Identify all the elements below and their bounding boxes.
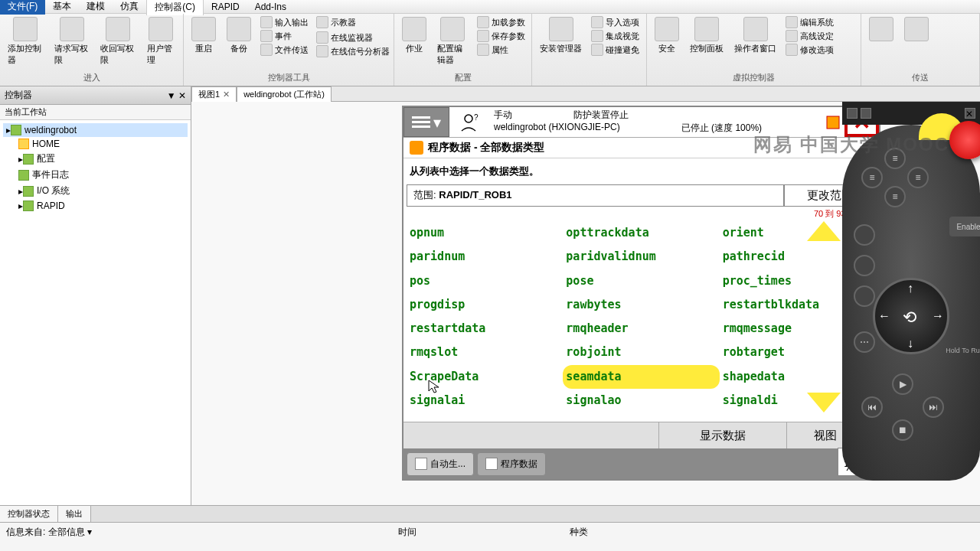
tree-io[interactable]: ▸I/O 系统	[3, 183, 188, 199]
svg-rect-5	[827, 116, 839, 129]
page-up-button[interactable]	[807, 221, 841, 241]
menubar: 文件(F) 基本 建模 仿真 控制器(C) RAPID Add-Ins	[0, 0, 980, 14]
menu-addins[interactable]: Add-Ins	[247, 0, 294, 14]
events-button[interactable]: 事件	[257, 29, 312, 43]
win-min-icon[interactable]	[847, 108, 858, 119]
safety-button[interactable]: 安全	[650, 15, 684, 56]
signal-analyzer-button[interactable]: 在线信号分析器	[313, 44, 393, 58]
win-max-icon[interactable]	[861, 108, 871, 119]
pendant-button[interactable]: 示教器	[313, 15, 393, 29]
ctrl-panel-button[interactable]: 控制面板	[685, 15, 728, 56]
data-type-opnum[interactable]: opnum	[407, 221, 563, 245]
tree-eventlog[interactable]: 事件日志	[3, 167, 188, 183]
data-type-robjoint[interactable]: robjoint	[563, 341, 719, 364]
data-type-pos[interactable]: pos	[407, 269, 563, 293]
save-params-button[interactable]: 保存参数	[474, 29, 528, 43]
data-type-pose[interactable]: pose	[563, 269, 719, 293]
backup-button[interactable]: 备份	[222, 15, 256, 56]
data-type-ScrapeData[interactable]: ScrapeData	[407, 365, 563, 389]
request-write-button[interactable]: 请求写权限	[50, 15, 95, 67]
online-monitor-button[interactable]: 在线监视器	[313, 31, 393, 44]
modify-opts-button[interactable]: 修改选项	[782, 43, 837, 57]
center-panel: 视图1✕ weldingrobot (工作站) 网易 中国大学 MOOC ▾ ?…	[191, 86, 980, 505]
pendant-user-icon[interactable]: ?	[449, 107, 488, 137]
svg-rect-2	[412, 126, 430, 128]
menu-controller[interactable]: 控制器(C)	[146, 0, 204, 15]
tab-view1[interactable]: 视图1✕	[191, 86, 237, 102]
tab-weldingrobot[interactable]: weldingrobot (工作站)	[237, 86, 332, 102]
side-btn-4[interactable]: ⋯	[854, 331, 875, 353]
ptab-auto[interactable]: 自动生...	[407, 452, 474, 476]
btab-output[interactable]: 输出	[58, 506, 91, 522]
tree-config[interactable]: ▸配置	[3, 151, 188, 167]
btab-ctrl-status[interactable]: 控制器状态	[0, 506, 58, 522]
enable-button[interactable]: Enable	[949, 217, 980, 236]
data-type-seamdata[interactable]: seamdata	[563, 365, 719, 389]
install-mgr-button[interactable]: 安装管理器	[535, 15, 586, 56]
ctrl-btn-c[interactable]: ≡	[907, 167, 929, 188]
data-type-rmqheader[interactable]: rmqheader	[563, 317, 719, 341]
filetrans-button[interactable]: 文件传送	[257, 43, 312, 57]
play-button[interactable]: ▶	[892, 373, 913, 395]
data-type-paridvalidnum[interactable]: paridvalidnum	[563, 245, 719, 269]
pendant-hardware: ✕ ≡ ≡ ≡ ≡ Enable ↑ ↓ ← → ⟲	[842, 102, 980, 481]
win-close-icon[interactable]: ✕	[965, 108, 975, 119]
menu-file[interactable]: 文件(F)	[0, 0, 45, 15]
props-button[interactable]: 属性	[474, 43, 528, 57]
show-data-button[interactable]: 显示数据	[658, 422, 786, 448]
revoke-write-button[interactable]: 收回写权限	[96, 15, 141, 67]
ctrl-btn-b[interactable]: ≡	[861, 167, 883, 188]
svg-rect-1	[412, 121, 430, 123]
data-type-rmqslot[interactable]: rmqslot	[407, 341, 563, 364]
stop-button[interactable]: ⏹	[892, 419, 913, 441]
tree-home[interactable]: HOME	[3, 137, 188, 151]
operator-win-button[interactable]: 操作者窗口	[730, 15, 781, 56]
transfer2-button[interactable]	[900, 15, 933, 44]
jobs-button[interactable]: 作业	[397, 15, 431, 56]
menu-sim[interactable]: 仿真	[113, 0, 146, 15]
tree-weldingrobot[interactable]: ▸weldingrobot	[3, 123, 188, 137]
svg-rect-6	[410, 141, 423, 155]
estop-button[interactable]	[949, 121, 980, 159]
restart-button[interactable]: 重启	[187, 15, 220, 56]
collision-button[interactable]: 碰撞避免	[588, 43, 642, 57]
bottom-panel: 控制器状态 输出 信息来自: 全部信息 ▾ 时间 种类	[0, 505, 980, 551]
user-mgmt-button[interactable]: 用户管理	[142, 15, 180, 67]
close-icon[interactable]: ✕	[223, 90, 230, 99]
workstation-label: 当前工作站	[0, 105, 191, 120]
offline-button[interactable]: 高线设定	[782, 29, 837, 43]
data-type-rawbytes[interactable]: rawbytes	[563, 293, 719, 317]
tree-rapid[interactable]: ▸RAPID	[3, 199, 188, 213]
integ-vision-button[interactable]: 集成视觉	[588, 29, 642, 43]
edit-sys-button[interactable]: 编辑系统	[782, 15, 837, 29]
watermark: 网易 中国大学 MOOC	[753, 132, 949, 157]
step-back-button[interactable]: ⏮	[861, 396, 883, 418]
import-opts-button[interactable]: 导入选项	[588, 15, 642, 29]
page-down-button[interactable]	[807, 393, 841, 412]
pendant-instruction: 从列表中选择一个数据类型。	[403, 158, 879, 184]
data-type-signalai[interactable]: signalai	[407, 389, 563, 412]
menu-basic[interactable]: 基本	[45, 0, 79, 15]
data-type-paridnum[interactable]: paridnum	[407, 245, 563, 269]
step-fwd-button[interactable]: ⏭	[923, 396, 944, 418]
menu-model[interactable]: 建模	[79, 0, 113, 15]
add-controller-button[interactable]: 添加控制器	[3, 15, 48, 67]
pendant-menu-button[interactable]: ▾	[403, 107, 449, 137]
io-button[interactable]: 输入输出	[257, 15, 312, 29]
load-params-button[interactable]: 加载参数	[474, 15, 528, 29]
main-area: 控制器 ▼ ✕ 当前工作站 ▸weldingrobot HOME ▸配置 事件日…	[0, 86, 980, 505]
side-btn-1[interactable]	[854, 224, 875, 246]
data-type-restartdata[interactable]: restartdata	[407, 317, 563, 341]
side-btn-3[interactable]	[854, 285, 875, 307]
svg-text:?: ?	[474, 113, 479, 122]
ptab-progdata[interactable]: 程序数据	[477, 452, 546, 476]
config-editor-button[interactable]: 配置编辑器	[433, 15, 472, 67]
data-type-signalao[interactable]: signalao	[563, 389, 719, 412]
data-type-progdisp[interactable]: progdisp	[407, 293, 563, 317]
hold-to-run-button[interactable]: Hold To Run	[938, 343, 980, 358]
data-type-opttrackdata[interactable]: opttrackdata	[563, 221, 719, 245]
menu-rapid[interactable]: RAPID	[204, 0, 247, 14]
transfer1-button[interactable]	[864, 15, 898, 44]
ctrl-btn-d[interactable]: ≡	[884, 186, 906, 207]
side-btn-2[interactable]	[854, 255, 875, 276]
